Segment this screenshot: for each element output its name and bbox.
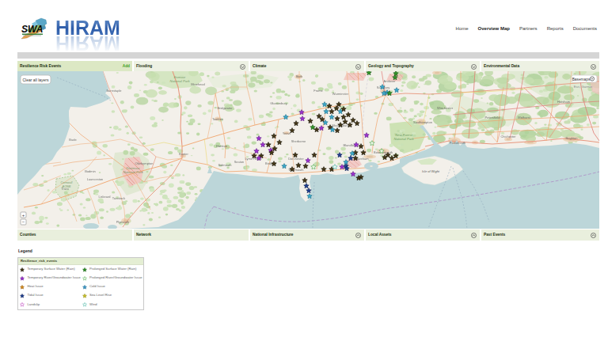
svg-text:Chichester: Chichester [500, 135, 516, 138]
svg-text:Frome: Frome [314, 89, 323, 93]
svg-text:National Park: National Park [123, 170, 143, 174]
svg-text:Andover: Andover [384, 79, 397, 83]
svg-text:Barnstaple: Barnstaple [106, 89, 122, 93]
svg-text:Dorchester: Dorchester [288, 157, 304, 161]
svg-text:Exeter: Exeter [179, 152, 188, 156]
svg-text:Plymouth: Plymouth [116, 220, 130, 224]
svg-text:Bodmin: Bodmin [85, 169, 96, 173]
svg-text:Horsham: Horsham [557, 100, 571, 104]
svg-text:Winchester: Winchester [437, 106, 454, 110]
svg-text:Petersfield: Petersfield [485, 116, 500, 119]
svg-text:Cornwall: Cornwall [61, 181, 73, 184]
svg-text:Clear all layers: Clear all layers [22, 78, 49, 82]
svg-text:Glastonbury: Glastonbury [270, 101, 287, 105]
svg-text:Sherborne: Sherborne [291, 139, 306, 143]
svg-text:SWA: SWA [21, 24, 43, 35]
svg-text:Launceston: Launceston [87, 177, 104, 181]
svg-text:Portsmouth: Portsmouth [450, 141, 466, 145]
svg-text:−: − [22, 219, 25, 224]
svg-text:Okehampton: Okehampton [135, 161, 154, 165]
svg-text:+: + [22, 213, 25, 218]
svg-text:Bude: Bude [69, 138, 77, 142]
svg-text:Basemaps: Basemaps [572, 78, 591, 82]
svg-text:Minehead: Minehead [191, 82, 205, 86]
svg-text:Southampton: Southampton [413, 120, 432, 124]
svg-text:Sidmouth: Sidmouth [218, 163, 232, 167]
svg-text:Warminster: Warminster [332, 92, 349, 96]
svg-text:Tavistock: Tavistock [112, 196, 125, 200]
svg-text:Bath: Bath [296, 74, 302, 78]
svg-text:Bridgwater: Bridgwater [217, 106, 233, 110]
svg-text:Liskeard: Liskeard [98, 195, 110, 199]
svg-text:Isle of Wight: Isle of Wight [422, 169, 440, 173]
svg-text:Yeovil: Yeovil [283, 131, 291, 135]
svg-text:National Park: National Park [393, 137, 414, 141]
svg-text:Honiton: Honiton [216, 144, 227, 148]
svg-text:Midhurst: Midhurst [518, 116, 530, 119]
svg-text:National Park: National Park [169, 79, 190, 83]
svg-text:Truro: Truro [61, 187, 69, 191]
svg-text:Taunton: Taunton [212, 117, 223, 121]
svg-text:Seaton: Seaton [234, 160, 245, 164]
svg-text:Esri, Garmin: Esri, Garmin [574, 85, 593, 89]
svg-text:Brighton: Brighton [566, 136, 578, 140]
